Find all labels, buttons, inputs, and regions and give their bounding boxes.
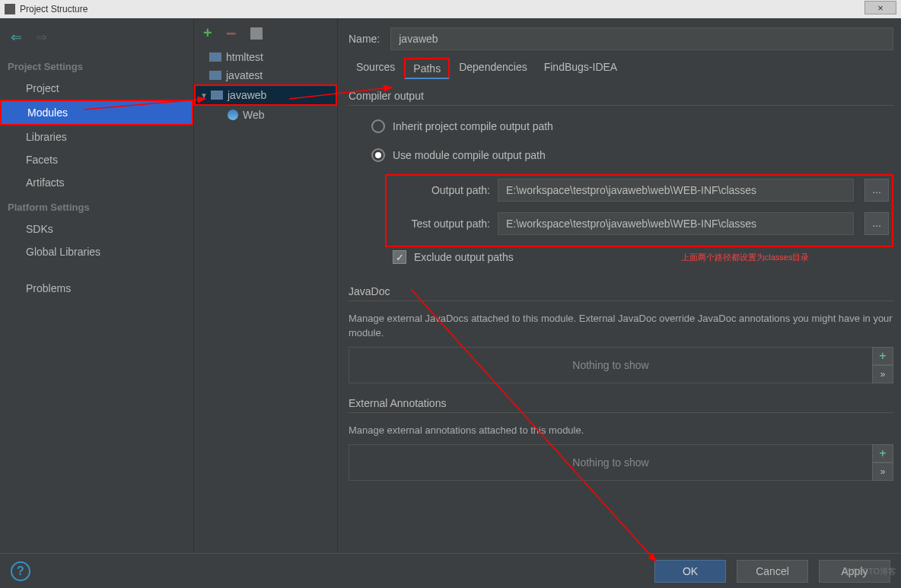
forward-arrow-icon[interactable]: ⇒ — [36, 29, 47, 46]
tree-item-javaweb[interactable]: ▼javaweb — [194, 84, 337, 106]
tree-item-web[interactable]: Web — [194, 106, 337, 124]
radio-icon — [371, 148, 385, 162]
module-tree: + − htmltest javatest ▼javaweb Web — [194, 18, 338, 553]
remove-icon[interactable]: − — [226, 29, 237, 38]
javadoc-heading: JavaDoc — [349, 285, 893, 301]
sidebar-item-project[interactable]: Project — [0, 77, 193, 100]
javadoc-desc: Manage external JavaDocs attached to thi… — [349, 312, 893, 341]
back-arrow-icon[interactable]: ⇐ — [11, 29, 22, 46]
test-output-input[interactable] — [498, 212, 854, 235]
section-platform-settings: Platform Settings — [0, 194, 193, 218]
browse-output-button[interactable]: ... — [864, 179, 889, 202]
app-icon — [5, 4, 15, 14]
add-anno-button[interactable]: + — [872, 444, 893, 462]
ext-anno-heading: External Annotations — [349, 397, 893, 413]
tree-item-htmltest[interactable]: htmltest — [194, 48, 337, 66]
folder-icon — [209, 71, 221, 80]
sidebar-item-artifacts[interactable]: Artifacts — [0, 171, 193, 194]
dialog-footer: ? OK Cancel Apply — [0, 553, 901, 588]
tree-item-javatest[interactable]: javatest — [194, 66, 337, 84]
help-button[interactable]: ? — [11, 561, 30, 581]
name-label: Name: — [349, 33, 380, 45]
cancel-button[interactable]: Cancel — [737, 560, 808, 583]
titlebar: Project Structure × — [0, 0, 901, 18]
compiler-output-heading: Compiler output — [349, 90, 893, 106]
copy-icon[interactable] — [250, 27, 263, 40]
content-panel: Name: Sources Paths Dependencies FindBug… — [338, 18, 901, 553]
exclude-checkbox[interactable]: ✓ — [393, 250, 406, 264]
name-input[interactable] — [390, 27, 893, 50]
javadoc-list: Nothing to show — [349, 347, 872, 383]
add-icon[interactable]: + — [203, 24, 212, 42]
section-project-settings: Project Settings — [0, 53, 193, 77]
ext-anno-list: Nothing to show — [349, 444, 872, 481]
ok-button[interactable]: OK — [654, 560, 726, 583]
annotation-paths: 上面两个路径都设置为classes目录 — [681, 252, 810, 263]
watermark: @51CTO博客 — [845, 566, 896, 577]
tab-paths[interactable]: Paths — [404, 58, 450, 79]
sidebar-item-sdks[interactable]: SDKs — [0, 218, 193, 240]
radio-icon — [371, 119, 385, 133]
folder-icon — [209, 52, 221, 62]
sidebar: ⇐ ⇒ Project Settings Project Modules Lib… — [0, 18, 194, 553]
folder-icon — [211, 91, 223, 100]
tabs: Sources Paths Dependencies FindBugs-IDEA — [349, 58, 893, 79]
tab-findbugs[interactable]: FindBugs-IDEA — [536, 58, 625, 79]
output-path-input[interactable] — [498, 179, 854, 202]
output-path-label: Output path: — [390, 184, 490, 196]
expand-icon[interactable]: ▼ — [200, 91, 208, 100]
radio-module[interactable]: Use module compile output path — [349, 145, 893, 165]
ext-anno-desc: Manage external annotations attached to … — [349, 424, 893, 438]
close-button[interactable]: × — [864, 1, 896, 14]
browse-test-button[interactable]: ... — [864, 212, 889, 235]
window-title: Project Structure — [20, 4, 88, 14]
web-icon — [228, 110, 238, 120]
test-output-label: Test output path: — [390, 218, 490, 230]
tab-sources[interactable]: Sources — [349, 58, 403, 79]
radio-inherit[interactable]: Inherit project compile output path — [349, 116, 893, 136]
sidebar-item-modules[interactable]: Modules — [0, 100, 193, 126]
more-javadoc-button[interactable]: » — [872, 365, 893, 383]
sidebar-item-problems[interactable]: Problems — [0, 277, 193, 300]
add-javadoc-button[interactable]: + — [872, 347, 893, 365]
sidebar-item-facets[interactable]: Facets — [0, 148, 193, 171]
sidebar-item-global-libraries[interactable]: Global Libraries — [0, 240, 193, 263]
more-anno-button[interactable]: » — [872, 462, 893, 481]
exclude-label: Exclude output paths — [414, 251, 514, 263]
tab-dependencies[interactable]: Dependencies — [451, 58, 535, 79]
sidebar-item-libraries[interactable]: Libraries — [0, 126, 193, 148]
